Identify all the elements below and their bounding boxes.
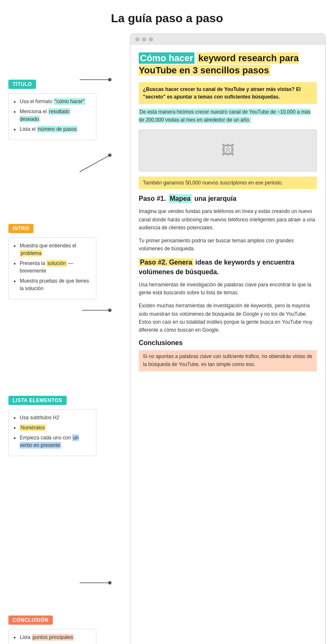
connector-spacer [101, 34, 130, 644]
titulo-label: TÍTULO [8, 80, 36, 89]
step2-para2: Existen muchas herramientas de investiga… [139, 302, 317, 334]
article-title: Cómo hacer keyword research para YouTube… [139, 52, 317, 76]
step1-heading: Paso #1. Mapea una jerarquía [139, 194, 317, 204]
page-title: La guía paso a paso [0, 0, 334, 34]
lista-highlight-1: Numéralos [20, 424, 46, 431]
conclusion-box: Lista puntos principales Mantenlo corto [8, 629, 96, 644]
titulo-highlight-2: resultado deseado [20, 108, 70, 122]
lista-item-1: Usa subtítulos H2 [20, 414, 91, 421]
sidebar-conclusion-section: CONCLUSIÓN Lista puntos principales Mant… [8, 615, 96, 644]
browser-dot-3 [149, 37, 153, 42]
intro-item-3: Muestra pruebas de que tienes la solució… [20, 277, 91, 292]
step1-num: Paso #1. [139, 195, 166, 203]
lista-item-2: Numéralos [20, 424, 91, 431]
step1-rest: una jerarquía [194, 195, 236, 203]
browser-dot-2 [142, 37, 146, 42]
conclusions-heading: Conclusiones [139, 339, 317, 347]
lista-highlight-2: un verbo en presente [20, 434, 79, 449]
intro-highlight-box: ¿Buscas hacer crecer tu canal de YouTube… [139, 82, 317, 104]
sidebar-intro-section: INTRO Muestra que entiendes el problema … [8, 224, 96, 299]
intro-highlight-1: problema [20, 250, 42, 257]
step2-heading: Paso #2. Genera ideas de keywords y encu… [139, 258, 317, 277]
step1-para2: Tu primer pensamiento podría ser buscar … [139, 237, 317, 253]
titulo-item-3: Lista el número de pasos [20, 125, 91, 133]
conclusion-item-1: Lista puntos principales [20, 634, 91, 641]
browser-bar [130, 34, 325, 45]
titulo-item-2: Menciona el resultado deseado [20, 108, 91, 123]
sidebar-lista-section: LISTA ELEMENTOS Usa subtítulos H2 Numéra… [8, 396, 96, 456]
sidebar-titulo-section: TÍTULO Usa el formato "cómo hacer" Menci… [8, 80, 96, 140]
step2-label: Paso #2. Genera [139, 258, 194, 266]
browser-dot-1 [135, 37, 140, 42]
titulo-item-1: Usa el formato "cómo hacer" [20, 98, 91, 105]
conclusion-highlight-1: puntos principales [32, 634, 74, 641]
titulo-highlight-1: "cómo hacer" [54, 98, 85, 105]
lista-box: Usa subtítulos H2 Numéralos Empieza cada… [8, 409, 96, 456]
sidebar: TÍTULO Usa el formato "cómo hacer" Menci… [8, 34, 101, 644]
step2-para1: Usa herramientas de investigación de pal… [139, 281, 317, 297]
intro-highlight-2: solución [47, 260, 67, 267]
browser-window: Cómo hacer keyword research para YouTube… [130, 34, 326, 644]
conclusion-highlight-box: Si no apuntas a palabras clave con sufic… [139, 350, 317, 371]
lista-item-3: Empieza cada uno con un verbo en present… [20, 434, 91, 449]
quote-highlight: También ganamos 50,000 nuevos suscriptor… [139, 177, 317, 189]
lista-label: LISTA ELEMENTOS [8, 396, 67, 405]
intro-para-highlight: De esta manera hicimos crecer nuestro ca… [139, 109, 311, 123]
conclusion-label: CONCLUSIÓN [8, 615, 53, 625]
intro-item-1: Muestra que entiendes el problema [20, 242, 91, 257]
titulo-highlight-3: número de pasos [37, 126, 78, 132]
titulo-box: Usa el formato "cómo hacer" Menciona el … [8, 93, 96, 140]
intro-para: De esta manera hicimos crecer nuestro ca… [139, 108, 317, 124]
step1-para1: Imagina que vendes fundas para teléfonos… [139, 208, 317, 232]
browser-content: Cómo hacer keyword research para YouTube… [130, 45, 325, 380]
intro-item-2: Presenta la solución — brevemente [20, 260, 91, 275]
image-icon: 🖼 [221, 143, 235, 158]
intro-label: INTRO [8, 224, 34, 233]
intro-box: Muestra que entiendes el problema Presen… [8, 237, 96, 299]
title-part-green: Cómo hacer [139, 52, 194, 64]
image-placeholder: 🖼 [139, 130, 317, 171]
step1-word: Mapea [168, 194, 192, 204]
